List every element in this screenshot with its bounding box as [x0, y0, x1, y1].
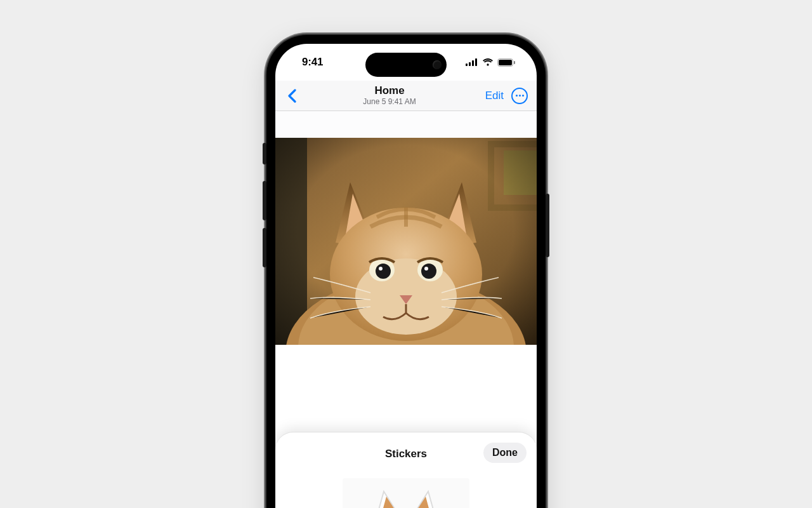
mute-switch [263, 143, 266, 164]
edit-button[interactable]: Edit [485, 90, 504, 102]
content-area: Stickers Done [275, 111, 537, 508]
cellular-icon [466, 58, 478, 66]
cat-sticker-icon [358, 488, 454, 508]
cat-photo [275, 138, 537, 345]
svg-rect-6 [514, 61, 515, 64]
photo-top-spacer [275, 111, 537, 138]
stickers-sheet: Stickers Done [275, 432, 537, 508]
svg-point-20 [379, 267, 383, 271]
volume-up-button [263, 181, 266, 220]
svg-point-19 [421, 264, 436, 279]
svg-rect-5 [499, 60, 512, 65]
more-button[interactable] [511, 88, 528, 104]
phone-frame: 9:41 [266, 35, 546, 508]
nav-subtitle: June 5 9:41 AM [317, 98, 462, 106]
done-button[interactable]: Done [483, 443, 527, 463]
nav-title-group: Home June 5 9:41 AM [317, 85, 462, 106]
back-button[interactable] [279, 83, 304, 109]
svg-point-21 [424, 267, 428, 271]
battery-icon [497, 58, 515, 67]
status-icons [466, 58, 515, 67]
chevron-left-icon [287, 89, 296, 103]
power-button [546, 194, 549, 257]
svg-rect-0 [466, 64, 468, 66]
screen: 9:41 [275, 44, 537, 508]
wifi-icon [482, 58, 494, 66]
svg-rect-2 [472, 60, 474, 66]
nav-actions: Edit [462, 88, 532, 104]
dynamic-island [365, 53, 447, 77]
nav-title: Home [317, 85, 462, 97]
ellipsis-dot-icon [522, 95, 524, 97]
svg-rect-1 [469, 62, 471, 66]
svg-rect-3 [475, 58, 477, 66]
photo-viewer[interactable] [275, 138, 537, 345]
status-time: 9:41 [302, 56, 323, 69]
sticker-grid [285, 478, 527, 508]
sheet-title: Stickers [385, 448, 427, 460]
sheet-header: Stickers Done [285, 443, 527, 465]
ellipsis-dot-icon [516, 95, 518, 97]
sticker-item[interactable] [343, 478, 469, 508]
svg-point-18 [376, 264, 391, 279]
volume-down-button [263, 228, 266, 267]
ellipsis-dot-icon [519, 95, 521, 97]
nav-bar: Home June 5 9:41 AM Edit [275, 81, 537, 111]
